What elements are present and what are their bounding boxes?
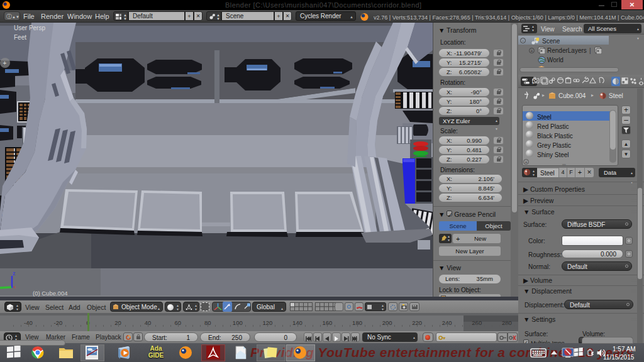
svg-text:+: + (3, 60, 7, 67)
svg-text:User Persp: User Persp (14, 25, 45, 31)
svg-text:z: z (13, 270, 16, 277)
svg-text:Feet: Feet (14, 34, 26, 41)
svg-text:x: x (13, 284, 16, 290)
svg-text:(0) Cube.004: (0) Cube.004 (33, 290, 67, 297)
